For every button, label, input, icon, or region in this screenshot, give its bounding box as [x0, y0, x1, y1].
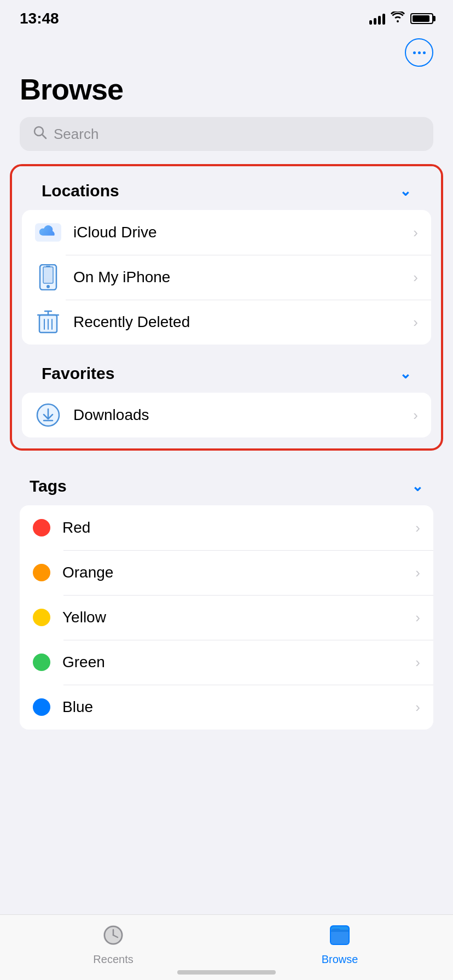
svg-point-6: [47, 285, 50, 288]
icloud-icon: [35, 219, 61, 246]
tags-list: Red › Orange › Yellow › Green ›: [20, 505, 433, 730]
page-title: Browse: [0, 72, 453, 117]
blue-dot-icon: [33, 698, 50, 716]
favorites-list: Downloads ›: [22, 393, 431, 438]
recently-deleted-label: Recently Deleted: [73, 313, 413, 331]
icloud-drive-chevron-icon: ›: [413, 224, 418, 241]
svg-line-1: [42, 135, 46, 138]
red-dot-icon: [33, 519, 50, 536]
downloads-label: Downloads: [73, 406, 413, 424]
on-my-iphone-item[interactable]: On My iPhone ›: [22, 255, 431, 300]
favorites-title: Favorites: [42, 364, 114, 383]
recents-label: Recents: [93, 953, 133, 966]
battery-icon: [410, 13, 433, 24]
tag-green-label: Green: [62, 654, 415, 671]
status-time: 13:48: [20, 10, 59, 27]
search-icon: [33, 125, 47, 143]
more-button[interactable]: [405, 38, 433, 67]
browse-icon: [325, 920, 355, 950]
on-my-iphone-chevron-icon: ›: [413, 269, 418, 286]
tag-orange-chevron-icon: ›: [415, 564, 420, 581]
tag-red-label: Red: [62, 519, 415, 536]
tags-chevron-icon: ⌄: [411, 478, 423, 495]
tag-orange-label: Orange: [62, 564, 415, 581]
recents-icon: [98, 920, 128, 950]
wifi-icon: [391, 11, 405, 26]
favorites-chevron-icon: ⌄: [399, 365, 411, 382]
signal-bars-icon: [369, 13, 385, 25]
favorites-section: Favorites ⌄: [12, 349, 441, 393]
svg-rect-4: [43, 267, 53, 283]
tag-yellow-label: Yellow: [62, 609, 415, 626]
iphone-icon: [35, 264, 61, 290]
top-bar: [0, 33, 453, 72]
svg-rect-7: [46, 266, 50, 267]
icloud-drive-item[interactable]: iCloud Drive ›: [22, 210, 431, 255]
locations-section: Locations ⌄: [12, 166, 441, 210]
downloads-item[interactable]: Downloads ›: [22, 393, 431, 438]
favorites-header[interactable]: Favorites ⌄: [32, 349, 421, 393]
download-icon: [35, 402, 61, 428]
locations-chevron-icon: ⌄: [399, 183, 411, 200]
tags-section: Tags ⌄ Red › Orange › Yellow ›: [0, 464, 453, 730]
tag-yellow-item[interactable]: Yellow ›: [20, 595, 433, 640]
tag-green-chevron-icon: ›: [415, 654, 420, 671]
tag-green-item[interactable]: Green ›: [20, 640, 433, 685]
tag-red-item[interactable]: Red ›: [20, 505, 433, 550]
trash-icon: [35, 309, 61, 335]
downloads-chevron-icon: ›: [413, 407, 418, 424]
tab-browse[interactable]: Browse: [226, 920, 453, 966]
recently-deleted-chevron-icon: ›: [413, 314, 418, 331]
status-icons: [369, 11, 433, 26]
locations-header[interactable]: Locations ⌄: [32, 166, 421, 210]
orange-dot-icon: [33, 564, 50, 581]
tab-recents[interactable]: Recents: [0, 920, 226, 966]
tag-orange-item[interactable]: Orange ›: [20, 550, 433, 595]
home-indicator: [177, 970, 276, 975]
ellipsis-icon: [413, 51, 426, 54]
search-bar[interactable]: Search: [20, 117, 433, 151]
tags-title: Tags: [30, 477, 67, 495]
search-placeholder: Search: [54, 126, 98, 143]
tag-blue-chevron-icon: ›: [415, 699, 420, 716]
tag-red-chevron-icon: ›: [415, 520, 420, 536]
status-bar: 13:48: [0, 0, 453, 33]
icloud-drive-label: iCloud Drive: [73, 224, 413, 241]
green-dot-icon: [33, 654, 50, 671]
yellow-dot-icon: [33, 609, 50, 626]
tag-yellow-chevron-icon: ›: [415, 609, 420, 626]
tags-header[interactable]: Tags ⌄: [0, 464, 453, 505]
recently-deleted-item[interactable]: Recently Deleted ›: [22, 300, 431, 345]
tag-blue-label: Blue: [62, 698, 415, 716]
locations-list: iCloud Drive › On My iPhone ›: [22, 210, 431, 345]
tag-blue-item[interactable]: Blue ›: [20, 685, 433, 730]
highlighted-section: Locations ⌄: [10, 164, 443, 451]
browse-label: Browse: [322, 953, 358, 966]
on-my-iphone-label: On My iPhone: [73, 269, 413, 286]
locations-title: Locations: [42, 182, 119, 200]
